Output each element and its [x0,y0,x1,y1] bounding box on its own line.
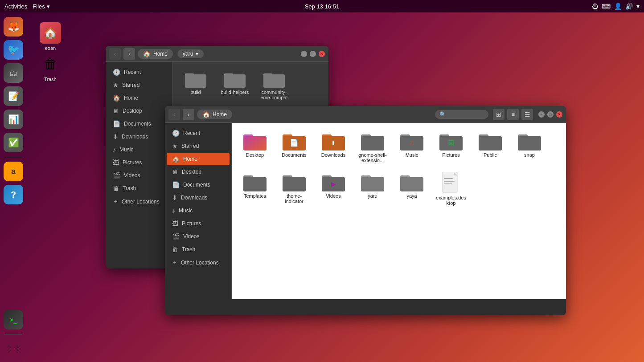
desktop-icon-eoan[interactable]: 🏠 eoan [35,22,66,51]
file-manager-window-front: ‹ › 🏠 Home 🔍 ⊞ ≡ ☰ − □ ✕ 🕐 Recent ★ Star… [165,106,566,315]
fm-front-file-yaya[interactable]: yaya [394,169,430,208]
fm-front-menu[interactable]: ☰ [521,109,533,120]
music-icon: ♪ [113,146,116,153]
fm-front-maximize[interactable]: □ [547,111,554,118]
keyboard-icon[interactable]: ⌨ [602,3,611,10]
sidebar-front-pics-label: Pictures [182,220,201,227]
fm-front-sidebar-desktop[interactable]: 🖥 Desktop [167,166,230,178]
vids-icon-front: 🎬 [172,233,180,240]
sidebar-back-downloads-label: Downloads [122,134,148,140]
desktop-icon-sidebar: 🖥 [113,107,119,114]
fm-front-file-snap[interactable]: snap [512,128,547,166]
fm-front-sidebar-downloads[interactable]: ⬇ Downloads [167,191,230,204]
fm-back-sidebar-starred[interactable]: ★ Starred [107,79,170,91]
fm-front-file-downloads[interactable]: ⬇ Downloads [316,128,351,166]
fm-front-sidebar-trash[interactable]: 🗑 Trash [167,243,230,256]
desktop-icon-trash[interactable]: 🗑 Trash [35,53,66,82]
fm-back-breadcrumb-label: Home [153,51,168,57]
fm-front-view-grid[interactable]: ⊞ [493,109,505,120]
fm-back-breadcrumb[interactable]: 🏠 Home [138,49,173,59]
topbar-datetime[interactable]: Sep 13 16:51 [305,3,339,10]
fm-back-sidebar-music[interactable]: ♪ Music [107,143,170,156]
dock-item-files[interactable]: 🗂 [4,63,23,83]
fm-front-file-documents[interactable]: 📄 Documents [276,128,312,166]
fm-front-file-music[interactable]: ♫ Music [394,128,430,166]
fm-front-file-public[interactable]: Public [472,128,508,166]
fm-back-close[interactable]: ✕ [319,51,325,57]
fm-front-nav-back[interactable]: ‹ [168,109,180,120]
fm-back-nav-back[interactable]: ‹ [109,48,121,60]
documents-icon: 📄 [113,120,120,127]
fm-back-file-community[interactable]: community-eme-compat [256,67,292,103]
fm-front-file-yaru-label: yaru [368,193,377,199]
fm-front-file-gnome-ext[interactable]: gnome-shell-extensio... [355,128,390,166]
files-menu[interactable]: Files ▾ [33,3,49,10]
dock-item-show-apps[interactable]: ⋮⋮ [4,339,23,358]
fm-back-minimize[interactable]: − [301,51,307,57]
fm-back-sidebar-downloads[interactable]: ⬇ Downloads [107,130,170,143]
fm-front-minimize[interactable]: − [538,111,545,118]
search-icon: 🔍 [439,111,446,118]
trash-icon: 🗑 [113,185,119,192]
fm-front-sidebar-home[interactable]: 🏠 Home [167,153,230,165]
fm-front-file-desktop[interactable]: Desktop [237,128,273,166]
fm-back-sidebar-other[interactable]: ＋ Other Locations [107,195,170,208]
dock-item-terminal[interactable]: >_ [4,310,23,329]
volume-icon[interactable]: 🔊 [625,3,633,10]
dock-item-impress[interactable]: 📊 [4,110,23,129]
fm-front-sidebar-starred[interactable]: ★ Starred [167,140,230,152]
svg-rect-35 [243,177,267,191]
sidebar-front-other-label: Other Locations [181,260,219,266]
svg-rect-47 [444,178,453,179]
fm-back-sidebar-trash[interactable]: 🗑 Trash [107,182,170,195]
sidebar-back-docs-label: Documents [124,121,151,127]
fm-back-file-buildhelpers[interactable]: build-helpers [217,67,253,103]
fm-back-theme[interactable]: yaru ▾ [177,49,204,58]
fm-back-sidebar-home[interactable]: 🏠 Home [107,92,170,104]
fm-back-sidebar-videos[interactable]: 🎬 Videos [107,169,170,182]
fm-front-sidebar-videos[interactable]: 🎬 Videos [167,230,230,243]
fm-front-search[interactable]: 🔍 [435,110,488,119]
fm-front-sidebar-other[interactable]: ＋ Other Locations [167,256,230,269]
fm-front-file-theme-indicator[interactable]: theme-indicator [276,169,312,208]
fm-back-file-build[interactable]: build [178,67,213,103]
fm-front-view-list[interactable]: ≡ [507,109,519,120]
dock-item-firefox[interactable]: 🦊 [4,17,23,37]
fm-back-maximize[interactable]: □ [310,51,316,57]
fm-front-close[interactable]: ✕ [556,111,562,118]
activities-button[interactable]: Activities [4,3,27,10]
dock-item-thunderbird[interactable]: 🐦 [4,40,23,60]
fm-front-file-snap-label: snap [524,152,535,158]
fm-front-sidebar-recent[interactable]: 🕐 Recent [167,127,230,139]
fm-back-sidebar-pictures[interactable]: 🖼 Pictures [107,156,170,169]
dock-item-help[interactable]: ? [4,185,23,204]
fm-front-sidebar-pictures[interactable]: 🖼 Pictures [167,217,230,230]
fm-front-file-pictures[interactable]: 🖼 Pictures [433,128,469,166]
fm-back-nav-forward[interactable]: › [123,48,135,60]
svg-rect-5 [263,74,285,88]
pictures-icon: 🖼 [113,159,119,166]
fm-front-sidebar-music[interactable]: ♪ Music [167,204,230,217]
dock-item-writer[interactable]: 📝 [4,86,23,106]
fm-front-file-videos[interactable]: ▶ Videos [316,169,351,208]
downloads-icon: ⬇ [113,133,118,140]
power-icon[interactable]: ⏻ [592,3,598,10]
sidebar-back-desktop-label: Desktop [123,108,142,114]
fm-front-breadcrumb[interactable]: 🏠 Home [197,110,232,119]
dock-item-amazon[interactable]: a [4,162,23,181]
fm-back-sidebar-documents[interactable]: 📄 Documents [107,118,170,130]
docs-icon-front: 📄 [172,181,180,188]
fm-front-sidebar-documents[interactable]: 📄 Documents [167,179,230,191]
sidebar-front-trash-label: Trash [182,246,195,252]
svg-rect-31 [479,136,502,150]
fm-back-sidebar-desktop[interactable]: 🖥 Desktop [107,105,170,117]
fm-back-sidebar-recent[interactable]: 🕐 Recent [107,66,170,78]
network-icon[interactable]: 👤 [614,3,622,10]
fm-front-nav-forward[interactable]: › [183,109,194,120]
fm-front-file-yaru[interactable]: yaru [355,169,390,208]
dock-item-todo[interactable]: ✅ [4,133,23,152]
fm-back-file-community-label: community-eme-compat [259,89,289,100]
fm-front-file-examples[interactable]: examples.desktop [433,169,469,208]
system-menu[interactable]: ▾ [636,3,640,10]
fm-front-file-templates[interactable]: Templates [237,169,273,208]
